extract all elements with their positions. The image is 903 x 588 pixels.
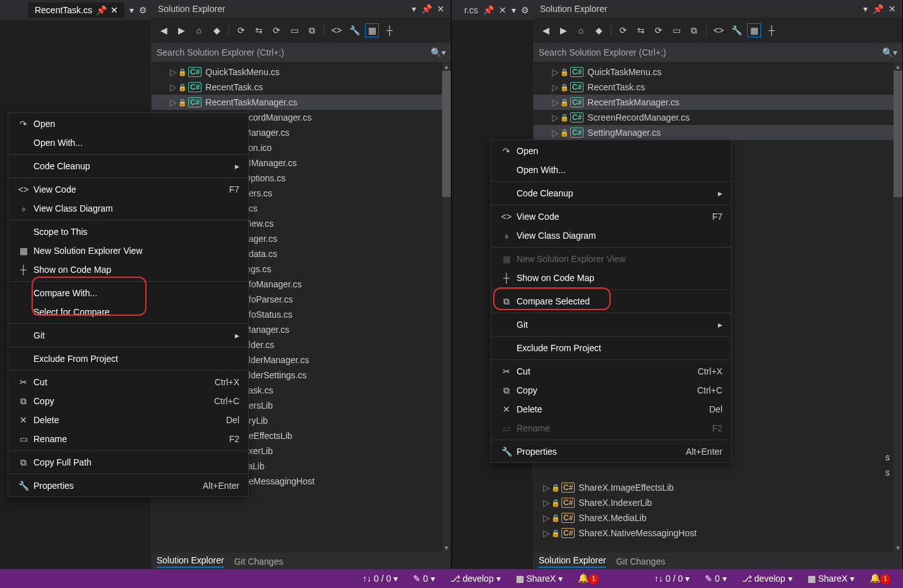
search-box[interactable]: Search Solution Explorer (Ctrl+;) 🔍▾ xyxy=(534,43,902,62)
bell-icon[interactable]: 🔔1 xyxy=(578,573,599,584)
toolbar-icon[interactable]: ⌂ xyxy=(574,23,588,37)
expand-icon[interactable]: ▷ xyxy=(169,67,177,77)
toolbar-icon[interactable]: ◀ xyxy=(157,23,170,37)
panel-header[interactable]: Solution Explorer ▾ 📌 ✕ xyxy=(152,0,451,18)
toolbar-icon[interactable]: ▭ xyxy=(669,23,683,37)
menu-item-open[interactable]: ↷Open xyxy=(8,114,248,133)
toolbar-icon[interactable]: <> xyxy=(330,23,344,37)
close-icon[interactable]: ✕ xyxy=(888,4,896,14)
toolbar-icon[interactable]: ⟳ xyxy=(652,23,666,37)
toolbar-icon[interactable]: ◆ xyxy=(210,23,224,37)
tree-item[interactable]: ▷🔒C#ShareX.NativeMessagingHost xyxy=(534,525,902,541)
tree-item[interactable]: ▷🔒C#RecentTaskManager.cs xyxy=(152,95,451,110)
expand-icon[interactable]: ▷ xyxy=(542,513,550,523)
toolbar-icon[interactable]: ⧉ xyxy=(305,23,319,37)
menu-item-view-code[interactable]: <>View CodeF7 xyxy=(491,207,731,226)
tree-item[interactable]: ▷🔒C#ShareX.MediaLib xyxy=(534,510,902,525)
expand-icon[interactable]: ▷ xyxy=(551,82,559,92)
tree-item[interactable]: ▷🔒C#ShareX.ImageEffectsLib xyxy=(534,480,902,495)
toolbar-icon[interactable]: ⟳ xyxy=(234,23,248,37)
expand-icon[interactable]: ▷ xyxy=(551,97,559,107)
toolbar-icon[interactable]: ⧉ xyxy=(687,23,701,37)
tab-git-changes[interactable]: Git Changes xyxy=(616,556,666,567)
file-tab[interactable]: RecentTask.cs 📌 ✕ xyxy=(28,3,124,18)
menu-item-cut[interactable]: ✂CutCtrl+X xyxy=(491,362,731,381)
expand-icon[interactable]: ▷ xyxy=(542,483,550,493)
menu-item-open-with-[interactable]: Open With... xyxy=(491,160,731,179)
scrollbar[interactable]: ▲▼ xyxy=(442,62,451,553)
menu-item-compare-selected[interactable]: ⧉Compare Selected xyxy=(491,292,731,311)
dropdown-icon[interactable]: ▾ xyxy=(863,4,868,14)
menu-item-exclude-from-project[interactable]: Exclude From Project xyxy=(8,349,248,368)
tree-item-partial[interactable]: s xyxy=(534,465,902,480)
tree-item[interactable]: ▷🔒C#QuickTaskMenu.cs xyxy=(152,64,451,80)
menu-item-copy-full-path[interactable]: ⧉Copy Full Path xyxy=(8,453,248,472)
toolbar-icon[interactable]: ◆ xyxy=(592,23,606,37)
scrollbar[interactable]: ▲▼ xyxy=(894,62,902,553)
tree-item[interactable]: ▷🔒C#RecentTask.cs xyxy=(534,80,902,95)
status-edits[interactable]: ✎ 0 ▾ xyxy=(705,573,727,584)
gear-icon[interactable]: ⚙ xyxy=(521,5,529,15)
expand-icon[interactable]: ▷ xyxy=(551,67,559,77)
toolbar-icon[interactable]: ┼ xyxy=(765,23,779,37)
toolbar-icon[interactable]: ┼ xyxy=(383,23,397,37)
toolbar-icon[interactable]: ⟳ xyxy=(616,23,630,37)
gear-icon[interactable]: ⚙ xyxy=(139,5,147,15)
search-box[interactable]: Search Solution Explorer (Ctrl+;) 🔍▾ xyxy=(152,43,451,62)
tree-item[interactable]: ▷🔒C#SettingManager.cs xyxy=(534,125,902,140)
panel-header[interactable]: Solution Explorer ▾ 📌 ✕ xyxy=(534,0,902,18)
toolbar-icon[interactable]: ▦ xyxy=(365,23,379,37)
expand-icon[interactable]: ▷ xyxy=(169,82,177,92)
close-icon[interactable]: ✕ xyxy=(499,5,506,15)
tree-item[interactable]: ▷🔒C#QuickTaskMenu.cs xyxy=(534,64,902,80)
menu-item-open-with-[interactable]: Open With... xyxy=(8,133,248,152)
status-branch[interactable]: ⎇ develop ▾ xyxy=(450,573,501,584)
menu-item-show-on-code-map[interactable]: ┼Show on Code Map xyxy=(491,268,731,287)
menu-item-scope-to-this[interactable]: Scope to This xyxy=(8,222,248,241)
toolbar-icon[interactable]: 🔧 xyxy=(729,23,743,37)
menu-item-view-class-diagram[interactable]: ⬨View Class Diagram xyxy=(8,199,248,218)
expand-icon[interactable]: ▷ xyxy=(542,528,550,538)
bell-icon[interactable]: 🔔1 xyxy=(870,573,890,584)
menu-item-view-class-diagram[interactable]: ⬨View Class Diagram xyxy=(491,226,731,245)
dropdown-icon[interactable]: ▾ xyxy=(511,5,516,15)
menu-item-git[interactable]: Git▸ xyxy=(8,326,248,345)
dropdown-icon[interactable]: ▾ xyxy=(412,4,416,14)
menu-item-cut[interactable]: ✂CutCtrl+X xyxy=(8,373,248,392)
close-icon[interactable]: ✕ xyxy=(111,5,118,15)
menu-item-properties[interactable]: 🔧PropertiesAlt+Enter xyxy=(8,476,248,495)
toolbar-icon[interactable]: ▶ xyxy=(174,23,188,37)
menu-item-new-solution-explorer-view[interactable]: ▦New Solution Explorer View xyxy=(8,241,248,260)
expand-icon[interactable]: ▷ xyxy=(551,128,559,138)
tree-item[interactable]: ▷🔒C#RecentTask.cs xyxy=(152,80,451,95)
expand-icon[interactable]: ▷ xyxy=(542,498,550,508)
menu-item-git[interactable]: Git▸ xyxy=(491,315,731,334)
status-repo[interactable]: ▦ ShareX ▾ xyxy=(516,573,563,584)
expand-icon[interactable]: ▷ xyxy=(169,97,177,107)
pin-icon[interactable]: 📌 xyxy=(483,5,494,15)
tree-item[interactable]: ▷🔒C#ShareX.IndexerLib xyxy=(534,495,902,510)
toolbar-icon[interactable]: ⌂ xyxy=(192,23,206,37)
menu-item-delete[interactable]: ✕DeleteDel xyxy=(491,400,731,419)
status-branch[interactable]: ⎇ develop ▾ xyxy=(742,573,792,584)
toolbar-icon[interactable]: ⇆ xyxy=(634,23,648,37)
menu-item-copy[interactable]: ⧉CopyCtrl+C xyxy=(491,381,731,400)
menu-item-view-code[interactable]: <>View CodeF7 xyxy=(8,180,248,199)
dropdown-icon[interactable]: ▾ xyxy=(129,5,134,15)
toolbar-icon[interactable]: ⇆ xyxy=(252,23,266,37)
toolbar-icon[interactable]: <> xyxy=(712,23,726,37)
toolbar-icon[interactable]: ▦ xyxy=(747,23,761,37)
close-icon[interactable]: ✕ xyxy=(437,4,445,14)
expand-icon[interactable]: ▷ xyxy=(551,112,559,123)
tab-git-changes[interactable]: Git Changes xyxy=(234,556,284,567)
menu-item-select-for-compare[interactable]: Select for Compare xyxy=(8,303,248,321)
search-icon[interactable]: 🔍▾ xyxy=(431,47,446,57)
toolbar-icon[interactable]: ◀ xyxy=(539,23,553,37)
tree-item[interactable]: ▷🔒C#RecentTaskManager.cs xyxy=(534,95,902,110)
status-changes[interactable]: ↑↓ 0 / 0 ▾ xyxy=(654,573,690,584)
toolbar-icon[interactable]: ▶ xyxy=(556,23,570,37)
toolbar-icon[interactable]: ▭ xyxy=(287,23,301,37)
menu-item-open[interactable]: ↷Open xyxy=(491,141,731,160)
menu-item-properties[interactable]: 🔧PropertiesAlt+Enter xyxy=(491,442,731,461)
pin-icon[interactable]: 📌 xyxy=(421,4,432,14)
